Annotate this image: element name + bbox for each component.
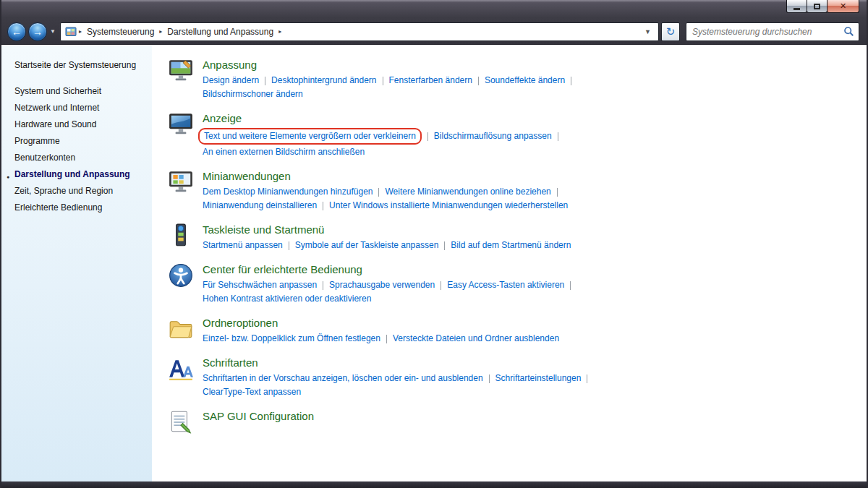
task-link[interactable]: Bildschirmauflösung anpassen xyxy=(434,130,552,142)
link-separator xyxy=(444,241,445,250)
address-dropdown-icon[interactable]: ▼ xyxy=(642,28,654,35)
control-panel-icon xyxy=(65,26,77,38)
link-separator xyxy=(587,374,587,383)
gadgets-icon[interactable] xyxy=(168,169,194,195)
task-link[interactable]: ClearType-Text anpassen xyxy=(203,386,301,398)
sidebar-item-programme[interactable]: Programme xyxy=(1,133,152,150)
navigation-bar: ← → ▼ ▸ Systemsteuerung ▸ Darstellung un… xyxy=(1,19,867,44)
task-link[interactable]: Einzel- bzw. Doppelklick zum Öffnen fest… xyxy=(203,333,380,345)
task-link[interactable]: Für Sehschwächen anpassen xyxy=(203,279,317,291)
sidebar-item-darstellung-und-anpassung[interactable]: ● Darstellung und Anpassung xyxy=(1,166,152,183)
task-link-highlighted[interactable]: Text und weitere Elemente vergrößern ode… xyxy=(198,128,422,145)
task-link[interactable]: Easy Access-Tasten aktivieren xyxy=(447,279,564,291)
link-separator xyxy=(289,241,289,250)
task-link[interactable]: Sprachausgabe verwenden xyxy=(329,279,435,291)
link-separator xyxy=(478,77,479,85)
link-separator xyxy=(386,335,387,343)
forward-button[interactable]: → xyxy=(28,22,47,41)
breadcrumb-separator-icon[interactable]: ▸ xyxy=(79,28,82,35)
breadcrumb-item-systemsteuerung[interactable]: Systemsteuerung xyxy=(84,25,157,39)
sidebar-item-label: Darstellung und Anpassung xyxy=(14,169,130,179)
titlebar[interactable]: ✕ xyxy=(1,0,867,19)
minimize-button[interactable] xyxy=(786,0,807,13)
section-sap-gui-configuration: SAP GUI Configuration xyxy=(168,408,859,435)
recent-pages-dropdown-icon[interactable]: ▼ xyxy=(50,28,56,35)
fonts-icon[interactable] xyxy=(168,356,194,382)
link-separator xyxy=(323,281,323,290)
breadcrumb-separator-icon[interactable]: ▸ xyxy=(278,28,281,35)
back-button[interactable]: ← xyxy=(7,22,26,41)
category-title-ordneroptionen[interactable]: Ordneroptionen xyxy=(203,317,559,329)
link-separator xyxy=(489,374,490,383)
maximize-button[interactable] xyxy=(807,0,827,13)
section-ordneroptionen: Ordneroptionen Einzel- bzw. Doppelklick … xyxy=(168,315,859,346)
link-separator xyxy=(323,202,323,210)
section-schriftarten: Schriftarten Schriftarten in der Vorscha… xyxy=(168,355,859,400)
address-bar[interactable]: ▸ Systemsteuerung ▸ Darstellung und Anpa… xyxy=(60,22,659,41)
sidebar-item-system-und-sicherheit[interactable]: System und Sicherheit xyxy=(1,83,152,100)
sidebar-item-hardware-und-sound[interactable]: Hardware und Sound xyxy=(1,116,152,133)
category-title-sap-gui[interactable]: SAP GUI Configuration xyxy=(203,410,314,422)
sidebar-item-benutzerkonten[interactable]: Benutzerkonten xyxy=(1,150,152,166)
task-link[interactable]: Weitere Minianwendungen online beziehen xyxy=(385,186,550,198)
link-separator xyxy=(441,281,441,290)
sidebar-item-erleichterte-bedienung[interactable]: Erleichterte Bedienung xyxy=(1,200,152,216)
task-link[interactable]: Schriftarten in der Vorschau anzeigen, l… xyxy=(203,372,483,385)
ease-of-access-icon[interactable] xyxy=(168,262,194,288)
display-icon[interactable] xyxy=(168,111,194,137)
link-separator xyxy=(571,77,571,85)
personalization-icon[interactable] xyxy=(168,58,194,84)
sap-gui-icon[interactable] xyxy=(168,409,194,435)
search-icon[interactable] xyxy=(843,26,854,37)
task-link[interactable]: Minianwendung deinstallieren xyxy=(203,200,317,212)
category-title-anzeige[interactable]: Anzeige xyxy=(203,112,564,124)
task-link[interactable]: Design ändern xyxy=(203,74,259,87)
task-link[interactable]: Hohen Kontrast aktivieren oder deaktivie… xyxy=(203,293,371,305)
task-link[interactable]: Versteckte Dateien und Ordner ausblenden xyxy=(393,333,559,345)
task-link[interactable]: Unter Windows installierte Minianwendung… xyxy=(329,200,568,212)
task-link[interactable]: Soundeffekte ändern xyxy=(485,74,565,87)
task-link[interactable]: Dem Desktop Minianwendungen hinzufügen xyxy=(203,186,373,198)
link-separator xyxy=(427,132,428,141)
sidebar-item-home[interactable]: Startseite der Systemsteuerung xyxy=(1,57,152,74)
content-area: Startseite der Systemsteuerung System un… xyxy=(1,45,867,481)
sidebar-item-netzwerk-und-internet[interactable]: Netzwerk und Internet xyxy=(1,100,152,116)
task-link[interactable]: Startmenü anpassen xyxy=(203,239,283,252)
category-title-taskleiste[interactable]: Taskleiste und Startmenü xyxy=(203,223,571,236)
link-separator xyxy=(378,188,379,197)
forward-icon: → xyxy=(33,26,43,38)
category-title-erleichterte-bedienung[interactable]: Center für erleichterte Bedienung xyxy=(203,263,576,275)
task-link[interactable]: Fensterfarben ändern xyxy=(389,74,472,87)
search-input[interactable] xyxy=(691,26,843,38)
maximize-icon xyxy=(814,4,820,9)
taskbar-startmenu-icon[interactable] xyxy=(168,223,194,249)
category-list: Anpassung Design ändern Desktophintergru… xyxy=(152,45,867,481)
category-title-anpassung[interactable]: Anpassung xyxy=(203,59,577,71)
search-box[interactable] xyxy=(686,22,859,41)
breadcrumb-item-darstellung-und-anpassung[interactable]: Darstellung und Anpassung xyxy=(164,25,276,39)
control-panel-window: ✕ ← → ▼ ▸ Systemsteuerung ▸ xyxy=(0,0,868,488)
category-title-minianwendungen[interactable]: Minianwendungen xyxy=(203,170,568,182)
breadcrumb-separator-icon[interactable]: ▸ xyxy=(159,28,162,35)
sidebar-item-zeit-sprache-und-region[interactable]: Zeit, Sprache und Region xyxy=(1,183,152,200)
refresh-button[interactable]: ↻ xyxy=(661,22,680,41)
task-link[interactable]: Bildschirmschoner ändern xyxy=(203,88,303,100)
link-separator xyxy=(383,77,383,85)
category-title-schriftarten[interactable]: Schriftarten xyxy=(203,356,593,369)
active-item-bullet-icon: ● xyxy=(7,171,9,182)
minimize-icon xyxy=(793,8,800,10)
section-anpassung: Anpassung Design ändern Desktophintergru… xyxy=(168,57,859,102)
link-separator xyxy=(557,188,558,197)
task-link[interactable]: An einen externen Bildschirm anschließen xyxy=(203,146,365,158)
task-link[interactable]: Desktophintergrund ändern xyxy=(271,74,376,87)
section-minianwendungen: Minianwendungen Dem Desktop Minianwendun… xyxy=(168,168,859,213)
back-icon: ← xyxy=(12,26,22,38)
close-button[interactable]: ✕ xyxy=(827,0,859,13)
task-link[interactable]: Schriftarteinstellungen xyxy=(495,372,582,385)
task-link[interactable]: Bild auf dem Startmenü ändern xyxy=(451,239,571,252)
sidebar: Startseite der Systemsteuerung System un… xyxy=(1,45,152,481)
refresh-icon: ↻ xyxy=(666,25,676,38)
task-link[interactable]: Symbole auf der Taskleiste anpassen xyxy=(295,239,439,252)
folder-options-icon[interactable] xyxy=(168,316,194,342)
link-separator xyxy=(570,281,571,290)
